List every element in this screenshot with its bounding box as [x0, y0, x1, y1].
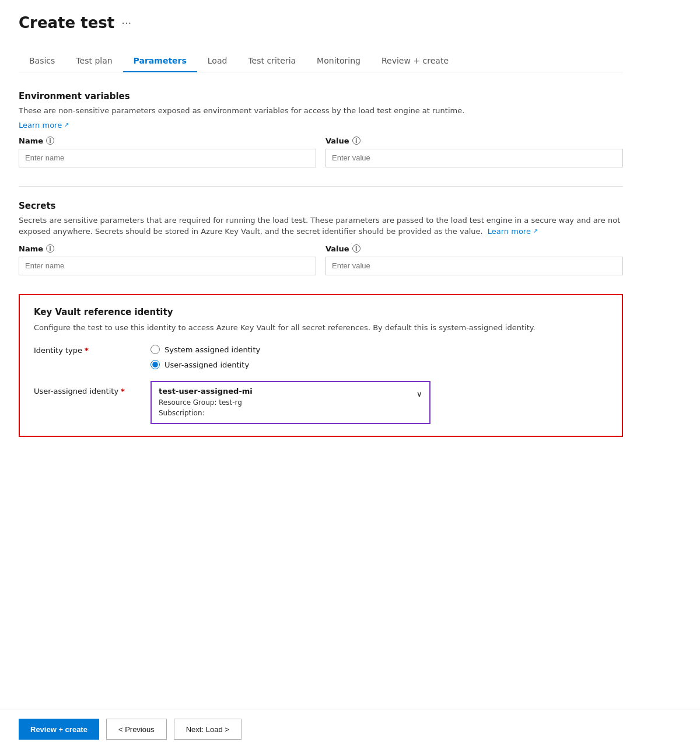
keyvault-title: Key Vault reference identity	[34, 307, 608, 317]
page-title: Create test	[19, 14, 114, 32]
page-title-container: Create test ···	[19, 14, 623, 32]
radio-system-assigned-input[interactable]	[150, 345, 160, 354]
env-vars-name-label: Name i	[19, 136, 316, 145]
tab-parameters[interactable]: Parameters	[123, 50, 197, 72]
secrets-value-group: Value i	[326, 244, 623, 275]
next-button[interactable]: Next: Load >	[174, 719, 242, 740]
user-assigned-identity-row: User-assigned identity * test-user-assig…	[34, 381, 608, 424]
tab-basics[interactable]: Basics	[19, 50, 65, 72]
tab-test-plan[interactable]: Test plan	[65, 50, 123, 72]
env-vars-learn-more[interactable]: Learn more ↗	[19, 121, 69, 130]
tab-test-criteria[interactable]: Test criteria	[237, 50, 306, 72]
ua-identity-required: *	[121, 387, 125, 396]
tab-load[interactable]: Load	[197, 50, 238, 72]
secrets-name-info-icon[interactable]: i	[46, 244, 54, 253]
tab-review-create[interactable]: Review + create	[371, 50, 459, 72]
env-vars-value-info-icon[interactable]: i	[352, 136, 360, 145]
tab-monitoring[interactable]: Monitoring	[306, 50, 371, 72]
secrets-form-row: Name i Value i	[19, 244, 623, 275]
env-vars-section: Environment variables These are non-sens…	[19, 91, 623, 167]
user-assigned-identity-dropdown[interactable]: test-user-assigned-mi Resource Group: te…	[150, 381, 430, 424]
review-create-button[interactable]: Review + create	[19, 719, 99, 740]
chevron-down-icon: ∨	[416, 389, 422, 398]
divider-1	[19, 186, 623, 187]
secrets-section: Secrets Secrets are sensitive parameters…	[19, 201, 623, 275]
secrets-external-link-icon: ↗	[533, 227, 538, 237]
identity-dropdown-resource-group: Resource Group: test-rg	[159, 397, 412, 408]
identity-dropdown-name: test-user-assigned-mi	[159, 387, 412, 396]
keyvault-section: Key Vault reference identity Configure t…	[19, 294, 623, 438]
identity-dropdown-content: test-user-assigned-mi Resource Group: te…	[159, 387, 412, 418]
footer: Review + create < Previous Next: Load >	[0, 709, 700, 749]
secrets-value-info-icon[interactable]: i	[352, 244, 360, 253]
env-vars-name-group: Name i	[19, 136, 316, 167]
env-vars-desc: These are non-sensitive parameters expos…	[19, 105, 623, 117]
radio-system-assigned[interactable]: System assigned identity	[150, 345, 260, 354]
secrets-desc: Secrets are sensitive parameters that ar…	[19, 215, 623, 237]
external-link-icon: ↗	[64, 121, 69, 129]
env-vars-title: Environment variables	[19, 91, 623, 102]
identity-type-radio-group: System assigned identity User-assigned i…	[150, 345, 260, 369]
secrets-title: Secrets	[19, 201, 623, 211]
env-vars-form-row: Name i Value i	[19, 136, 623, 167]
secrets-value-input[interactable]	[326, 257, 623, 275]
identity-type-required: *	[85, 346, 89, 355]
identity-type-row: Identity type * System assigned identity…	[34, 345, 608, 369]
radio-system-assigned-label: System assigned identity	[164, 345, 260, 354]
radio-user-assigned-input[interactable]	[150, 360, 160, 369]
ua-identity-label: User-assigned identity *	[34, 381, 150, 396]
tab-bar: Basics Test plan Parameters Load Test cr…	[19, 50, 623, 72]
env-vars-value-group: Value i	[326, 136, 623, 167]
previous-button[interactable]: < Previous	[106, 719, 167, 740]
secrets-name-input[interactable]	[19, 257, 316, 275]
keyvault-desc: Configure the test to use this identity …	[34, 322, 608, 334]
radio-user-assigned[interactable]: User-assigned identity	[150, 360, 260, 369]
env-vars-name-info-icon[interactable]: i	[46, 136, 54, 145]
identity-type-label: Identity type *	[34, 345, 150, 355]
secrets-value-label: Value i	[326, 244, 623, 253]
secrets-learn-more[interactable]: Learn more ↗	[488, 226, 538, 237]
radio-user-assigned-label: User-assigned identity	[164, 360, 249, 369]
env-vars-value-input[interactable]	[326, 149, 623, 167]
identity-dropdown-subscription: Subscription:	[159, 408, 412, 418]
ellipsis-menu[interactable]: ···	[121, 17, 131, 29]
secrets-name-group: Name i	[19, 244, 316, 275]
env-vars-name-input[interactable]	[19, 149, 316, 167]
env-vars-value-label: Value i	[326, 136, 623, 145]
secrets-name-label: Name i	[19, 244, 316, 253]
